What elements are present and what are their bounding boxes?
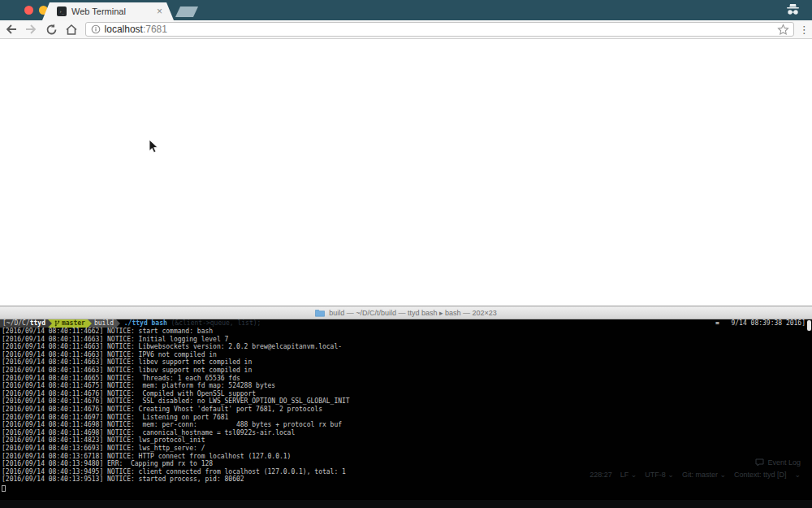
terminal-scrollbar-thumb[interactable] bbox=[807, 320, 811, 331]
background-ghost-text: (&client->queue, list); bbox=[167, 319, 261, 328]
forward-arrow-icon bbox=[24, 24, 37, 35]
terminal-log-line: [2016/09/14 08:40:11:4663] NOTICE: libev… bbox=[2, 358, 812, 367]
terminal-log-line: [2016/09/14 08:40:11:4663] NOTICE: Initi… bbox=[2, 336, 812, 344]
terminal-log-line: [2016/09/14 08:40:13:6693] NOTICE: lws_h… bbox=[2, 445, 812, 453]
terminal-screen[interactable]: [~/D/C/ttyd master build ./ttyd bash (&c… bbox=[0, 319, 812, 508]
terminal-log-output: [2016/09/14 08:40:11:4662] NOTICE: start… bbox=[0, 328, 812, 484]
speech-bubble-icon bbox=[755, 458, 764, 467]
terminal-log-line: [2016/09/14 08:40:11:4698] NOTICE: canon… bbox=[2, 429, 812, 437]
terminal-window-title: build — ~/D/C/t/build — ttyd bash ▸ bash… bbox=[329, 309, 497, 317]
terminal-log-line: [2016/09/14 08:40:11:4676] NOTICE: Creat… bbox=[2, 406, 812, 414]
terminal-log-line: [2016/09/14 08:40:13:6718] NOTICE: HTTP … bbox=[2, 453, 812, 461]
tab-title: Web Terminal bbox=[71, 7, 153, 16]
reload-icon bbox=[45, 24, 58, 36]
terminal-cursor bbox=[2, 485, 6, 492]
terminal-log-line: [2016/09/14 08:40:11:4662] NOTICE: start… bbox=[2, 328, 812, 336]
browser-menu-button[interactable]: ⋮ bbox=[796, 24, 812, 36]
terminal-log-line: [2016/09/14 08:40:13:9480] ERR: Capping … bbox=[2, 460, 812, 468]
terminal-log-line: [2016/09/14 08:40:11:4663] NOTICE: IPV6 … bbox=[2, 351, 812, 359]
browser-tab-web-terminal[interactable]: ›_ Web Terminal × bbox=[42, 2, 174, 20]
terminal-log-line: [2016/09/14 08:40:11:4663] NOTICE: Libwe… bbox=[2, 343, 812, 351]
terminal-titlebar[interactable]: build — ~/D/C/t/build — ttyd bash ▸ bash… bbox=[0, 306, 812, 319]
bookmark-star-button[interactable] bbox=[777, 24, 789, 39]
url-text: localhost:7681 bbox=[105, 24, 167, 35]
tab-favicon-terminal-icon: ›_ bbox=[57, 7, 67, 16]
browser-viewport[interactable] bbox=[0, 39, 812, 306]
window-close-button[interactable] bbox=[24, 6, 33, 15]
mouse-cursor bbox=[149, 139, 158, 157]
ghost-ide-status-bar: 228:27 LF ⌄ UTF-8 ⌄ Git: master ⌄ Contex… bbox=[590, 471, 801, 479]
terminal-log-line: [2016/09/14 08:40:11:4675] NOTICE: mem: … bbox=[2, 382, 812, 390]
terminal-prompt-line: [~/D/C/ttyd master build ./ttyd bash (&c… bbox=[0, 319, 812, 328]
terminal-log-line: [2016/09/14 08:40:11:4823] NOTICE: lws_p… bbox=[2, 436, 812, 445]
terminal-log-line: [2016/09/14 08:40:11:4663] NOTICE: libuv… bbox=[2, 367, 812, 375]
forward-button[interactable] bbox=[23, 20, 41, 38]
prompt-clock-text: ≡ 9/14 08:39:38 2016] bbox=[715, 319, 806, 328]
terminal-log-line: [2016/09/14 08:40:11:4697] NOTICE: Liste… bbox=[2, 414, 812, 422]
terminal-log-line: [2016/09/14 08:40:11:4698] NOTICE: mem: … bbox=[2, 421, 812, 429]
incognito-icon bbox=[785, 4, 801, 19]
screen: ›_ Web Terminal × bbox=[0, 0, 812, 508]
folder-icon bbox=[315, 309, 325, 317]
home-button[interactable] bbox=[63, 20, 80, 38]
git-branch-icon bbox=[54, 320, 60, 327]
prompt-git-segment: master bbox=[52, 319, 88, 328]
terminal-log-line: [2016/09/14 08:40:11:4665] NOTICE: Threa… bbox=[2, 375, 812, 383]
terminal-log-line: [2016/09/14 08:40:11:4676] NOTICE: Compi… bbox=[2, 390, 812, 398]
bottom-edge-strip bbox=[0, 499, 812, 508]
site-info-icon[interactable] bbox=[91, 24, 101, 34]
browser-toolbar: localhost:7681 ⋮ bbox=[0, 20, 812, 39]
back-arrow-icon bbox=[5, 24, 18, 35]
prompt-path-segment: [~/D/C/ttyd bbox=[0, 319, 48, 328]
reload-button[interactable] bbox=[42, 20, 60, 38]
home-icon bbox=[65, 24, 78, 36]
terminal-log-line: [2016/09/14 08:40:11:4676] NOTICE: SSL d… bbox=[2, 397, 812, 406]
prompt-command-text: ./ttyd bash bbox=[120, 319, 167, 328]
url-omnibox[interactable]: localhost:7681 bbox=[85, 22, 795, 37]
ghost-event-log: Event Log bbox=[755, 458, 801, 467]
browser-tabstrip: ›_ Web Terminal × bbox=[0, 0, 812, 20]
tab-close-icon[interactable]: × bbox=[157, 7, 162, 16]
new-tab-button[interactable] bbox=[175, 7, 198, 17]
prompt-dir-segment: build bbox=[92, 319, 116, 328]
back-button[interactable] bbox=[2, 20, 20, 38]
